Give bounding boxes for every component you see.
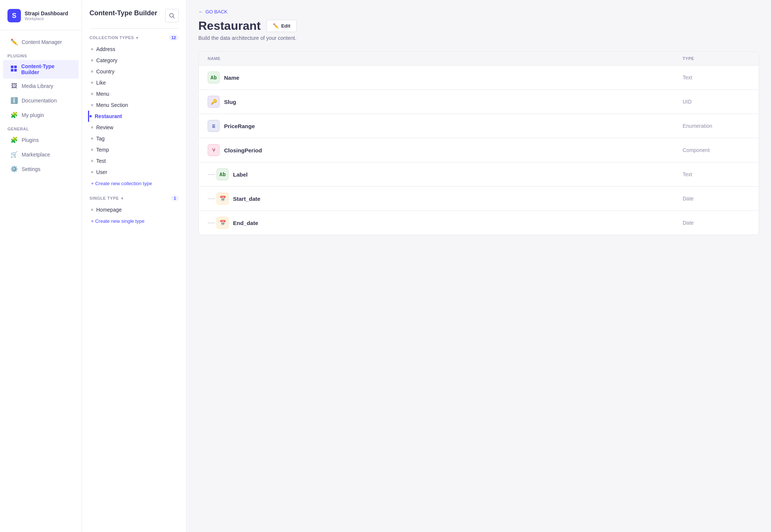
svg-rect-3 bbox=[14, 69, 17, 72]
bullet-icon bbox=[91, 171, 93, 173]
field-name-cell: 📅Start_date bbox=[217, 193, 683, 205]
svg-point-4 bbox=[170, 13, 173, 17]
collection-types-label[interactable]: COLLECTION TYPES ▾ bbox=[89, 35, 138, 40]
puzzle-icon-2: 🧩 bbox=[10, 136, 18, 143]
collection-item-menu[interactable]: Menu bbox=[89, 88, 179, 99]
bullet-icon bbox=[91, 59, 93, 61]
collection-item-like[interactable]: Like bbox=[89, 77, 179, 88]
sidebar-item-settings[interactable]: ⚙️ Settings bbox=[3, 162, 79, 176]
collection-item-test[interactable]: Test bbox=[89, 155, 179, 167]
bullet-icon bbox=[91, 149, 93, 151]
collection-item-label: User bbox=[96, 169, 107, 175]
cart-icon: 🛒 bbox=[10, 151, 18, 158]
table-row: 📅Start_dateDate bbox=[199, 187, 759, 211]
svg-rect-0 bbox=[11, 66, 13, 68]
collection-item-label: Address bbox=[96, 46, 115, 52]
puzzle-icon: 🧩 bbox=[10, 111, 18, 118]
image-icon: 🖼 bbox=[10, 83, 18, 89]
chevron-down-icon-2: ▾ bbox=[121, 196, 123, 200]
nested-line bbox=[208, 199, 215, 199]
general-section-label: GENERAL bbox=[0, 122, 82, 133]
collection-item-user[interactable]: User bbox=[89, 167, 179, 178]
collection-item-label: Menu bbox=[96, 91, 109, 97]
collection-item-category[interactable]: Category bbox=[89, 55, 179, 66]
ctb-title: Content-Type Builder bbox=[89, 9, 157, 18]
page-header: Restaurant ✏️ Edit bbox=[198, 19, 759, 33]
collection-types-list: AddressCategoryCountryLikeMenuMenu Secti… bbox=[82, 44, 186, 178]
bullet-icon bbox=[91, 48, 93, 50]
col-name: NAME bbox=[208, 56, 683, 61]
nested-line bbox=[208, 174, 215, 175]
field-type-label: Text bbox=[683, 171, 750, 177]
ctb-header: Content-Type Builder bbox=[82, 0, 186, 28]
sidebar-item-my-plugin[interactable]: 🧩 My plugin bbox=[3, 108, 79, 122]
text-field-icon: Ab bbox=[217, 168, 229, 180]
fields-rows: AbNameText🔑SlugUID≡PriceRangeEnumeration… bbox=[199, 66, 759, 235]
table-row: ≡PriceRangeEnumeration bbox=[199, 114, 759, 138]
table-row: 📅End_dateDate bbox=[199, 211, 759, 235]
collection-item-menu-section[interactable]: Menu Section bbox=[89, 99, 179, 111]
bullet-icon bbox=[89, 115, 92, 117]
date-field-icon: 📅 bbox=[217, 217, 229, 229]
collection-item-label: Test bbox=[96, 158, 106, 164]
collection-item-tag[interactable]: Tag bbox=[89, 133, 179, 144]
sidebar-item-label: Plugins bbox=[22, 137, 39, 143]
col-type: TYPE bbox=[683, 56, 750, 61]
info-icon: ℹ️ bbox=[10, 97, 18, 104]
component-field-icon: ⑂ bbox=[208, 144, 220, 156]
collection-item-label: Tag bbox=[96, 136, 105, 142]
svg-rect-2 bbox=[11, 69, 13, 72]
single-item-homepage[interactable]: Homepage bbox=[89, 204, 179, 215]
collection-item-label: Temp bbox=[96, 147, 109, 153]
bullet-icon bbox=[91, 137, 93, 140]
table-header: NAME TYPE bbox=[199, 52, 759, 66]
collection-item-review[interactable]: Review bbox=[89, 122, 179, 133]
collection-item-label: Category bbox=[96, 57, 117, 63]
sidebar-item-content-manager[interactable]: ✏️ Content Manager bbox=[3, 35, 79, 49]
add-single-type-link[interactable]: + Create new single type bbox=[82, 215, 186, 227]
sidebar-item-label: My plugin bbox=[22, 112, 44, 118]
field-type-label: Text bbox=[683, 75, 750, 80]
field-name-label: Slug bbox=[224, 99, 236, 105]
sidebar: S Strapi Dashboard Workplace ✏️ Content … bbox=[0, 0, 82, 532]
bullet-icon bbox=[91, 160, 93, 162]
sidebar-item-media-library[interactable]: 🖼 Media Library bbox=[3, 79, 79, 93]
bullet-icon bbox=[91, 82, 93, 84]
field-type-label: Date bbox=[683, 220, 750, 226]
sidebar-item-marketplace[interactable]: 🛒 Marketplace bbox=[3, 148, 79, 161]
single-type-count: 1 bbox=[171, 195, 179, 201]
main-content: ← GO BACK Restaurant ✏️ Edit Build the d… bbox=[186, 0, 771, 532]
edit-button[interactable]: ✏️ Edit bbox=[267, 20, 297, 32]
collection-item-address[interactable]: Address bbox=[89, 44, 179, 55]
bullet-icon bbox=[91, 93, 93, 95]
grid-icon bbox=[10, 66, 18, 73]
sidebar-item-documentation[interactable]: ℹ️ Documentation bbox=[3, 94, 79, 107]
collection-item-restaurant[interactable]: Restaurant bbox=[88, 111, 179, 122]
field-name-cell: 📅End_date bbox=[217, 217, 683, 229]
sidebar-item-content-type-builder[interactable]: Content-Type Builder bbox=[3, 60, 79, 79]
single-type-label[interactable]: SINGLE TYPE ▾ bbox=[89, 196, 123, 200]
collection-item-label: Restaurant bbox=[95, 113, 122, 119]
bullet-icon bbox=[91, 104, 93, 106]
field-type-label: Enumeration bbox=[683, 123, 750, 129]
field-name-cell: AbLabel bbox=[217, 168, 683, 180]
text-field-icon: Ab bbox=[208, 72, 220, 83]
sidebar-item-plugins[interactable]: 🧩 Plugins bbox=[3, 133, 79, 147]
field-name-label: Start_date bbox=[233, 196, 260, 202]
field-type-label: Date bbox=[683, 196, 750, 202]
field-name-cell: AbName bbox=[208, 72, 683, 83]
bullet-icon bbox=[91, 209, 93, 211]
go-back-link[interactable]: ← GO BACK bbox=[198, 9, 759, 15]
collection-item-temp[interactable]: Temp bbox=[89, 144, 179, 155]
table-row: AbNameText bbox=[199, 66, 759, 90]
page-subtitle: Build the data architecture of your cont… bbox=[198, 35, 759, 41]
field-name-label: ClosingPeriod bbox=[224, 147, 262, 153]
ctb-search-button[interactable] bbox=[165, 9, 179, 22]
settings-icon: ⚙️ bbox=[10, 165, 18, 172]
field-name-label: PriceRange bbox=[224, 123, 255, 129]
add-collection-type-link[interactable]: + Create new collection type bbox=[82, 178, 186, 189]
sidebar-item-label: Marketplace bbox=[22, 152, 50, 158]
svg-line-5 bbox=[173, 17, 174, 18]
collection-item-country[interactable]: Country bbox=[89, 66, 179, 77]
sidebar-item-label: Media Library bbox=[22, 83, 53, 89]
